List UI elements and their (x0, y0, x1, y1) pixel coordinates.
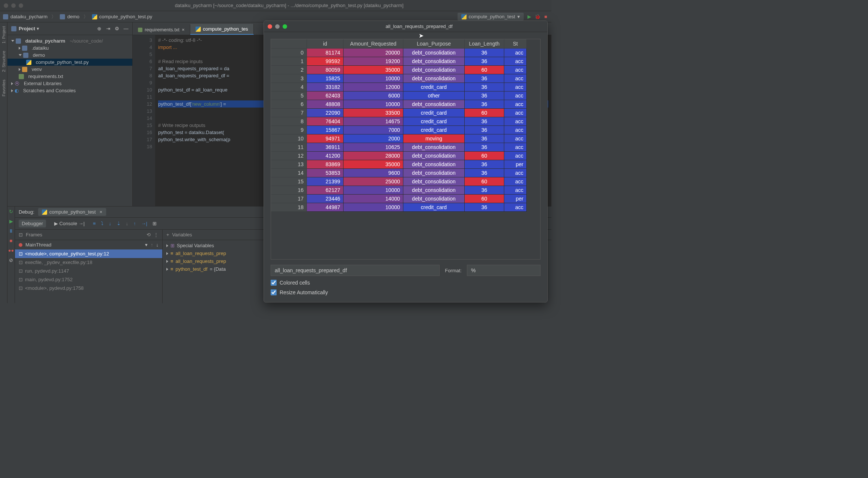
table-cell[interactable]: 19200 (344, 57, 403, 66)
evaluate-icon[interactable]: ⊞ (153, 221, 157, 226)
run-config-select[interactable]: compute_python_test ▾ (458, 13, 524, 21)
table-row-header[interactable]: 16 (271, 186, 307, 195)
table-cell[interactable]: credit_card (403, 203, 465, 212)
step-out-icon[interactable]: ↑ (133, 221, 136, 226)
table-cell[interactable]: 10000 (344, 203, 403, 212)
close-icon[interactable] (268, 24, 272, 29)
table-cell[interactable]: acc (504, 126, 527, 134)
tree-ext-libs[interactable]: ⦿ External Libraries (7, 80, 132, 87)
frame-1[interactable]: ⊡execfile, _pydev_execfile.py:18 (15, 258, 162, 267)
frame-0[interactable]: ⊡<module>, compute_python_test.py:12 (15, 249, 162, 258)
thread-selector[interactable]: MainThread ▾ ↑ ↓ (15, 240, 162, 249)
table-cell[interactable]: acc (504, 57, 527, 66)
debug-icon[interactable]: 🐞 (535, 14, 540, 19)
table-cell[interactable]: 15825 (307, 74, 344, 83)
table-cell[interactable]: 36 (465, 117, 504, 126)
table-cell[interactable]: 36911 (307, 143, 344, 152)
table-cell[interactable]: 36 (465, 143, 504, 152)
table-cell[interactable]: acc (504, 109, 527, 117)
table-cell[interactable]: 80059 (307, 66, 344, 74)
maximize-icon[interactable] (283, 24, 287, 29)
table-cell[interactable]: debt_consolidation (403, 100, 465, 109)
format-input[interactable] (467, 265, 541, 276)
table-row-header[interactable]: 15 (271, 177, 307, 186)
table-row-header[interactable]: 1 (271, 57, 307, 66)
table-cell[interactable]: 28000 (344, 152, 403, 160)
table-cell[interactable]: 7000 (344, 126, 403, 134)
table-cell[interactable]: 10625 (344, 143, 403, 152)
step-over-icon[interactable]: ⤵ (101, 221, 104, 226)
table-row-header[interactable]: 11 (271, 143, 307, 152)
table-cell[interactable]: 83869 (307, 160, 344, 169)
table-cell[interactable]: 36 (465, 160, 504, 169)
table-cell[interactable]: acc (504, 143, 527, 152)
close-icon[interactable]: × (99, 209, 102, 215)
table-cell[interactable]: acc (504, 49, 527, 57)
table-cell[interactable]: 36 (465, 74, 504, 83)
chevron-down-icon[interactable]: ▾ (37, 26, 39, 31)
table-cell[interactable]: 10000 (344, 74, 403, 83)
table-cell[interactable]: 36 (465, 169, 504, 177)
table-cell[interactable]: 41200 (307, 152, 344, 160)
table-cell[interactable]: 35000 (344, 160, 403, 169)
next-frame-icon[interactable]: ↓ (156, 242, 159, 248)
table-cell[interactable]: 99592 (307, 57, 344, 66)
tab-compute[interactable]: compute_python_tes (190, 24, 254, 35)
table-cell[interactable]: 36 (465, 49, 504, 57)
table-cell[interactable]: 25000 (344, 177, 403, 186)
tab-requirements[interactable]: requirements.txt× (133, 25, 190, 35)
table-cell[interactable]: other (403, 91, 465, 100)
table-cell[interactable]: 36 (465, 83, 504, 91)
table-header[interactable]: Loan_Length (465, 39, 504, 49)
frame-3[interactable]: ⊡main, pydevd.py:1752 (15, 275, 162, 284)
table-cell[interactable]: 21399 (307, 177, 344, 186)
table-cell[interactable]: 20000 (344, 49, 403, 57)
table-row-header[interactable]: 3 (271, 74, 307, 83)
tree-venv[interactable]: venv (7, 66, 132, 73)
stop-icon[interactable]: ■ (543, 14, 548, 19)
table-row-header[interactable]: 14 (271, 169, 307, 177)
table-cell[interactable]: credit_card (403, 117, 465, 126)
table-cell[interactable]: 15867 (307, 126, 344, 134)
table-cell[interactable]: debt_consolidation (403, 66, 465, 74)
table-cell[interactable]: debt_consolidation (403, 160, 465, 169)
stop-icon[interactable]: ■ (9, 238, 14, 243)
table-cell[interactable]: debt_consolidation (403, 49, 465, 57)
expression-input[interactable] (271, 265, 440, 276)
table-cell[interactable]: debt_consolidation (403, 177, 465, 186)
table-row-header[interactable]: 6 (271, 100, 307, 109)
breadcrumb-2[interactable]: compute_python_test.py (99, 14, 153, 19)
table-cell[interactable]: acc (504, 169, 527, 177)
console-tab[interactable]: ▶ Console →| (51, 220, 87, 227)
breadcrumb-1[interactable]: demo (67, 14, 80, 19)
table-row-header[interactable]: 17 (271, 195, 307, 203)
table-cell[interactable]: acc (504, 66, 527, 74)
table-cell[interactable]: acc (504, 83, 527, 91)
table-cell[interactable]: 94971 (307, 134, 344, 143)
table-cell[interactable]: debt_consolidation (403, 186, 465, 195)
frame-2[interactable]: ⊡run, pydevd.py:1147 (15, 267, 162, 275)
data-table[interactable]: idAmount_RequestedLoan_PurposeLoan_Lengt… (271, 39, 540, 212)
table-cell[interactable]: 60 (465, 177, 504, 186)
table-cell[interactable]: credit_card (403, 83, 465, 91)
table-cell[interactable]: 14675 (344, 117, 403, 126)
table-cell[interactable]: 60 (465, 109, 504, 117)
step-into-icon[interactable]: ↓ (109, 221, 111, 226)
table-row-header[interactable]: 10 (271, 134, 307, 143)
run-icon[interactable]: ▶ (527, 14, 532, 19)
table-cell[interactable]: 23446 (307, 195, 344, 203)
table-row-header[interactable]: 4 (271, 83, 307, 91)
table-cell[interactable]: 36 (465, 126, 504, 134)
mute-breakpoints-icon[interactable]: ⊘ (9, 257, 14, 263)
frame-list[interactable]: ⊡<module>, compute_python_test.py:12 ⊡ex… (15, 249, 162, 303)
collapse-icon[interactable]: ⇥ (105, 26, 111, 31)
table-row-header[interactable]: 0 (271, 49, 307, 57)
table-cell[interactable]: debt_consolidation (403, 152, 465, 160)
hide-icon[interactable]: — (123, 26, 129, 31)
table-cell[interactable]: 60 (465, 195, 504, 203)
tree-scratches[interactable]: ◐ Scratches and Consoles (7, 87, 132, 94)
table-cell[interactable]: 60 (465, 66, 504, 74)
table-row-header[interactable]: 18 (271, 203, 307, 212)
table-cell[interactable]: 44987 (307, 203, 344, 212)
data-table-wrap[interactable]: idAmount_RequestedLoan_PurposeLoan_Lengt… (271, 39, 541, 260)
